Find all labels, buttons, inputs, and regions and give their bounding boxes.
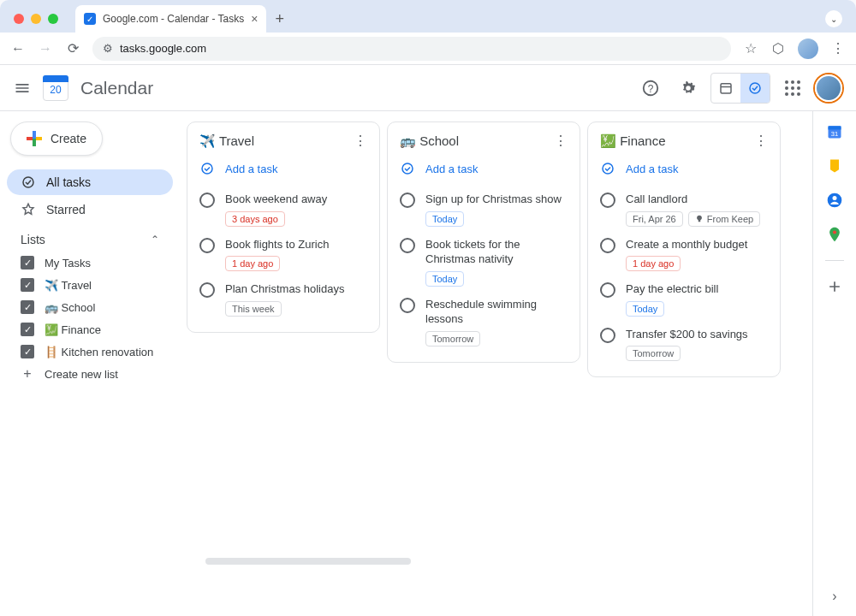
task-item[interactable]: Book tickets for the Christmas nativityT… (400, 232, 568, 292)
nav-label: All tasks (46, 175, 91, 189)
task-complete-checkbox[interactable] (199, 192, 215, 208)
tab-close-icon[interactable]: × (251, 12, 258, 26)
task-item[interactable]: Pay the electric billToday (600, 276, 768, 322)
task-chip: Tomorrow (626, 346, 681, 361)
task-complete-checkbox[interactable] (400, 192, 415, 208)
add-task-button[interactable]: Add a task (400, 157, 568, 187)
checkbox-icon: ✓ (21, 278, 34, 292)
nav-starred[interactable]: Starred (7, 197, 173, 222)
window-minimize-button[interactable] (31, 14, 41, 24)
main-content: Create All tasks Starred Lists ⌃ ✓My Tas… (0, 111, 856, 616)
task-complete-checkbox[interactable] (600, 328, 615, 343)
task-chip: Today (425, 271, 464, 287)
task-column: 💹 Finance⋮Add a taskCall landlordFri, Ap… (587, 121, 781, 377)
google-apps-button[interactable] (777, 73, 808, 104)
lists-header[interactable]: Lists ⌃ (7, 224, 173, 252)
add-task-button[interactable]: Add a task (600, 157, 768, 187)
task-complete-checkbox[interactable] (199, 282, 215, 298)
calendar-view-button[interactable] (711, 74, 740, 103)
back-button[interactable]: ← (10, 41, 26, 56)
sidebar-list-item[interactable]: ✓💹 Finance (7, 318, 173, 341)
new-tab-button[interactable]: + (275, 10, 284, 28)
rail-separator (825, 260, 844, 261)
horizontal-scrollbar[interactable] (205, 558, 411, 565)
task-item[interactable]: Transfer $200 to savingsTomorrow (600, 322, 768, 367)
task-item[interactable]: Sign up for Christmas showToday (400, 187, 568, 232)
hide-panel-button[interactable]: › (832, 589, 836, 604)
task-complete-checkbox[interactable] (600, 238, 615, 253)
account-avatar[interactable] (815, 74, 842, 102)
svg-point-8 (603, 163, 613, 174)
main-menu-button[interactable] (14, 80, 31, 97)
create-new-list[interactable]: + Create new list (7, 363, 173, 385)
sidebar-list-item[interactable]: ✓✈️ Travel (7, 274, 173, 296)
column-title: 🚌 School (400, 133, 459, 149)
tasks-view-button[interactable] (740, 74, 770, 103)
bookmark-icon[interactable]: ☆ (743, 40, 758, 56)
task-chip: Today (626, 301, 664, 317)
calendar-logo-icon: 20 (43, 75, 68, 101)
list-label: My Tasks (45, 257, 91, 270)
checkbox-icon: ✓ (21, 256, 34, 270)
settings-button[interactable] (673, 73, 704, 104)
forward-button[interactable]: → (38, 41, 53, 56)
calendar-rail-icon[interactable]: 31 (826, 123, 843, 140)
create-label: Create (51, 132, 86, 145)
task-complete-checkbox[interactable] (600, 282, 615, 298)
task-title: Plan Christmas holidays (225, 281, 367, 297)
browser-chrome: ✓ Google.com - Calendar - Tasks × + ⌄ ← … (0, 0, 856, 65)
task-item[interactable]: Book weekend away3 days ago (199, 187, 367, 232)
add-task-label: Add a task (225, 163, 277, 175)
sidebar-list-item[interactable]: ✓🚌 School (7, 296, 173, 318)
list-label: 💹 Finance (45, 323, 101, 336)
task-item[interactable]: Plan Christmas holidaysThis week (199, 276, 367, 322)
site-settings-icon[interactable]: ⚙ (103, 42, 113, 55)
add-task-icon (199, 161, 215, 176)
task-item[interactable]: Create a monthly budget1 day ago (600, 232, 768, 277)
sidebar-list-item[interactable]: ✓🪜 Kitchen renovation (7, 341, 173, 363)
url-field[interactable]: ⚙ tasks.google.com (92, 37, 731, 61)
window-controls (14, 14, 58, 24)
task-chip: 1 day ago (225, 256, 280, 271)
window-close-button[interactable] (14, 14, 24, 24)
column-menu-button[interactable]: ⋮ (554, 133, 568, 149)
task-item[interactable]: Reschedule swimming lessonsTomorrow (400, 292, 568, 352)
list-label: 🪜 Kitchen renovation (45, 346, 153, 358)
create-button[interactable]: Create (10, 121, 103, 156)
app-header: 20 Calendar ? (0, 65, 856, 111)
support-button[interactable]: ? (635, 73, 666, 104)
task-item[interactable]: Book flights to Zurich1 day ago (199, 232, 367, 277)
browser-tab[interactable]: ✓ Google.com - Calendar - Tasks × (75, 5, 266, 33)
task-complete-checkbox[interactable] (199, 238, 215, 253)
extensions-icon[interactable]: ⬡ (770, 40, 786, 56)
task-complete-checkbox[interactable] (400, 298, 415, 313)
reload-button[interactable]: ⟳ (65, 40, 80, 56)
browser-menu-icon[interactable]: ⋮ (830, 40, 846, 56)
keep-rail-icon[interactable] (826, 157, 843, 175)
task-title: Book tickets for the Christmas nativity (425, 237, 568, 267)
svg-rect-2 (721, 83, 731, 92)
task-title: Sign up for Christmas show (425, 192, 568, 207)
nav-all-tasks[interactable]: All tasks (7, 169, 173, 195)
tab-favicon-icon: ✓ (84, 13, 96, 25)
column-menu-button[interactable]: ⋮ (754, 133, 768, 149)
tab-title: Google.com - Calendar - Tasks (103, 13, 244, 25)
task-complete-checkbox[interactable] (400, 238, 415, 253)
tabs-overflow-button[interactable]: ⌄ (825, 10, 842, 27)
app-title: Calendar (80, 78, 153, 98)
check-circle-icon (21, 175, 36, 190)
window-maximize-button[interactable] (48, 14, 58, 24)
sidebar-list-item[interactable]: ✓My Tasks (7, 252, 173, 274)
add-rail-icon[interactable] (826, 278, 843, 295)
task-item[interactable]: Call landlordFri, Apr 26From Keep (600, 187, 768, 232)
task-chip: 3 days ago (225, 211, 285, 227)
maps-rail-icon[interactable] (826, 226, 843, 243)
task-complete-checkbox[interactable] (600, 192, 615, 208)
column-title: ✈️ Travel (199, 133, 254, 149)
add-task-button[interactable]: Add a task (199, 157, 367, 187)
svg-point-5 (23, 177, 33, 187)
task-title: Call landlord (626, 192, 768, 207)
contacts-rail-icon[interactable] (826, 192, 843, 209)
column-menu-button[interactable]: ⋮ (354, 133, 367, 149)
profile-avatar-small[interactable] (798, 38, 818, 59)
